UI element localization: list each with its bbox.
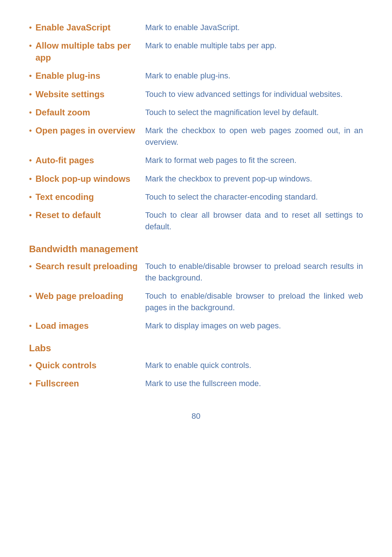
item-description: Mark the checkbox to prevent pop-up wind… (145, 173, 363, 185)
list-item: •Search result preloadingTouch to enable… (29, 261, 363, 284)
bullet-icon: • (29, 378, 32, 389)
item-description: Mark to format web pages to fit the scre… (145, 155, 363, 166)
item-description: Mark to enable quick controls. (145, 360, 363, 371)
item-left: •Reset to default (29, 209, 145, 221)
bullet-icon: • (29, 22, 32, 33)
item-description: Touch to select the character-encoding s… (145, 191, 363, 203)
item-description: Touch to select the magnification level … (145, 107, 363, 118)
item-left: •Open pages in overview (29, 125, 145, 136)
item-left: •Enable JavaScript (29, 22, 145, 33)
item-term: Enable plug-ins (36, 70, 101, 82)
item-left: •Search result preloading (29, 261, 145, 272)
item-left: •Auto-fit pages (29, 155, 145, 166)
bullet-icon: • (29, 261, 32, 272)
list-item: •Default zoomTouch to select the magnifi… (29, 107, 363, 118)
item-left: •Block pop-up windows (29, 173, 145, 185)
item-left: •Load images (29, 320, 145, 332)
item-description: Mark the checkbox to open web pages zoom… (145, 125, 363, 148)
item-description: Mark to display images on web pages. (145, 320, 363, 332)
item-description: Mark to use the fullscreen mode. (145, 378, 363, 389)
item-left: •Web page preloading (29, 290, 145, 302)
item-term: Allow multiple tabs per app (36, 40, 145, 64)
list-item: •FullscreenMark to use the fullscreen mo… (29, 378, 363, 389)
list-item: •Block pop-up windowsMark the checkbox t… (29, 173, 363, 185)
item-term: Auto-fit pages (36, 155, 94, 166)
item-list-main-settings: •Enable JavaScriptMark to enable JavaScr… (29, 22, 363, 233)
item-list-labs: •Quick controlsMark to enable quick cont… (29, 360, 363, 390)
page-number: 80 (29, 411, 363, 421)
item-left: •Quick controls (29, 360, 145, 371)
item-term: Open pages in overview (36, 125, 135, 136)
bullet-icon: • (29, 291, 32, 302)
list-item: •Auto-fit pagesMark to format web pages … (29, 155, 363, 166)
list-item: •Enable JavaScriptMark to enable JavaScr… (29, 22, 363, 33)
bullet-icon: • (29, 126, 32, 136)
list-item: •Reset to defaultTouch to clear all brow… (29, 209, 363, 233)
bullet-icon: • (29, 107, 32, 118)
item-term: Load images (36, 320, 89, 332)
item-term: Enable JavaScript (36, 22, 111, 33)
list-item: •Allow multiple tabs per appMark to enab… (29, 40, 363, 64)
bullet-icon: • (29, 321, 32, 331)
item-description: Mark to enable multiple tabs per app. (145, 40, 363, 52)
item-left: •Fullscreen (29, 378, 145, 389)
list-item: •Quick controlsMark to enable quick cont… (29, 360, 363, 371)
item-term: Reset to default (36, 209, 101, 221)
item-left: •Website settings (29, 89, 145, 100)
item-term: Fullscreen (36, 378, 79, 389)
page-content: •Enable JavaScriptMark to enable JavaScr… (29, 22, 363, 421)
item-term: Text encoding (36, 191, 94, 203)
item-term: Website settings (36, 89, 105, 100)
item-left: •Default zoom (29, 107, 145, 118)
item-term: Default zoom (36, 107, 90, 118)
list-item: •Enable plug-insMark to enable plug-ins. (29, 70, 363, 82)
item-description: Touch to clear all browser data and to r… (145, 209, 363, 233)
bullet-icon: • (29, 360, 32, 371)
item-left: •Allow multiple tabs per app (29, 40, 145, 64)
item-description: Touch to enable/disable browser to prelo… (145, 290, 363, 314)
item-list-bandwidth: •Search result preloadingTouch to enable… (29, 261, 363, 332)
list-item: •Load imagesMark to display images on we… (29, 320, 363, 332)
bullet-icon: • (29, 210, 32, 221)
item-term: Quick controls (36, 360, 97, 371)
list-item: •Website settingsTouch to view advanced … (29, 89, 363, 100)
bullet-icon: • (29, 71, 32, 81)
list-item: •Open pages in overviewMark the checkbox… (29, 125, 363, 148)
bullet-icon: • (29, 174, 32, 184)
item-term: Web page preloading (36, 290, 123, 302)
list-item: •Web page preloadingTouch to enable/disa… (29, 290, 363, 314)
section-heading-bandwidth: Bandwidth management (29, 243, 363, 255)
item-term: Search result preloading (36, 261, 138, 272)
item-left: •Enable plug-ins (29, 70, 145, 82)
section-heading-labs: Labs (29, 343, 363, 354)
list-item: •Text encodingTouch to select the charac… (29, 191, 363, 203)
bullet-icon: • (29, 41, 32, 51)
item-description: Mark to enable JavaScript. (145, 22, 363, 33)
item-term: Block pop-up windows (36, 173, 130, 185)
bullet-icon: • (29, 192, 32, 202)
item-left: •Text encoding (29, 191, 145, 203)
bullet-icon: • (29, 155, 32, 166)
item-description: Touch to view advanced settings for indi… (145, 89, 363, 100)
bullet-icon: • (29, 89, 32, 100)
item-description: Mark to enable plug-ins. (145, 70, 363, 82)
item-description: Touch to enable/disable browser to prelo… (145, 261, 363, 284)
